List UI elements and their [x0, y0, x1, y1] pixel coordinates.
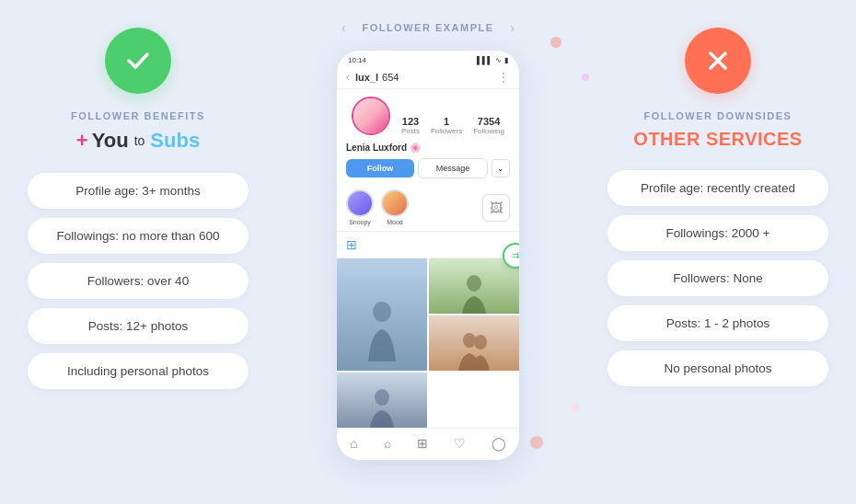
brand-subs: Subs [150, 129, 200, 153]
svg-point-0 [373, 302, 391, 322]
add-photo-icon[interactable]: 🖼 [482, 194, 510, 222]
phone-time: 10:14 [348, 56, 366, 64]
profile-nav-icon[interactable]: ◯ [492, 436, 506, 451]
svg-point-4 [375, 389, 389, 406]
downside-item-4: Posts: 1 - 2 photos [607, 305, 828, 341]
phone-follow-button[interactable]: Follow [346, 159, 414, 178]
follower-benefits-label: FOLLOWER BENEFITS [71, 110, 205, 121]
benefit-item-3: Followers: over 40 [28, 263, 249, 299]
highlight-label-mood: Mood [387, 219, 403, 225]
brand-you: You [92, 129, 129, 153]
phone-name-row: Lenia Luxford 🌸 [337, 141, 519, 155]
nav-prev-button[interactable]: ‹ [334, 18, 353, 37]
brand-logo: + You to Subs [76, 129, 200, 153]
phone-bottom-nav: ⌂ ⌕ ⊞ ♡ ◯ [337, 428, 519, 460]
phone-stat-following: 7354 Following [473, 116, 504, 135]
phone-stat-followers: 1 Followers [431, 116, 462, 135]
phone-status-bar: 10:14 ▌▌▌ ∿ ▮ [337, 51, 519, 66]
phone-highlights: Snoopy Mood 🖼 [337, 184, 519, 232]
brand-plus-icon: + [76, 131, 88, 151]
phone-username: lux_l [355, 72, 378, 83]
other-services-label: OTHER SERVICES [633, 129, 802, 150]
downside-item-2: Followings: 2000 + [607, 215, 828, 251]
photo-cell-2 [429, 258, 519, 314]
svg-point-2 [463, 333, 476, 348]
highlight-avatar-mood [381, 189, 409, 217]
phone-stat-posts: 123 Posts [401, 116, 420, 135]
benefit-item-4: Posts: 12+ photos [28, 308, 249, 344]
phone-stats-row: 123 Posts 1 Followers 7354 Following [337, 89, 519, 141]
photo-cell-4 [337, 372, 427, 428]
highlight-avatar-snoopy [346, 189, 374, 217]
stat-following-label: Following [473, 127, 504, 135]
decorative-dot [582, 74, 589, 81]
grid-tab-icon[interactable]: ⊞ [346, 237, 357, 252]
downside-item-3: Followers: None [607, 260, 828, 296]
phone-more-icon[interactable]: ⋮ [497, 70, 510, 85]
left-panel: FOLLOWER BENEFITS + You to Subs Profile … [0, 18, 276, 407]
home-nav-icon[interactable]: ⌂ [350, 436, 357, 451]
stat-posts-label: Posts [401, 127, 420, 135]
photo-cell-1 [337, 258, 427, 371]
phone-mockup: 10:14 ▌▌▌ ∿ ▮ ‹ lux_l 654 ⋮ [336, 50, 520, 461]
stat-followers-label: Followers [431, 127, 462, 135]
highlight-mood: Mood [381, 189, 409, 225]
decorative-dot [571, 403, 580, 412]
check-circle [105, 28, 171, 94]
benefit-item-5: Including personal photos [28, 353, 249, 389]
battery-icon: ▮ [504, 56, 508, 64]
avatar-image [353, 98, 388, 133]
highlight-label-snoopy: Snoopy [349, 219, 371, 225]
phone-dropdown-button[interactable]: ⌄ [492, 159, 510, 178]
svg-point-1 [467, 275, 481, 292]
follower-downsides-label: FOLLOWER DOWNSIDES [644, 110, 792, 121]
follower-example-nav: ‹ FOLLOWER EXAMPLE › [334, 18, 521, 37]
benefit-item-2: Followings: no more than 600 [28, 218, 249, 254]
wifi-icon: ∿ [495, 56, 502, 64]
stat-followers-num: 1 [444, 116, 449, 127]
svg-point-3 [474, 335, 487, 349]
phone-status-icons: ▌▌▌ ∿ ▮ [477, 56, 508, 64]
stat-posts-num: 123 [402, 116, 419, 127]
benefit-item-1: Profile age: 3+ months [28, 173, 249, 209]
signal-icon: ▌▌▌ [477, 56, 492, 64]
phone-message-button[interactable]: Message [418, 158, 488, 178]
phone-back-icon[interactable]: ‹ [346, 71, 350, 84]
phone-photos-grid [337, 258, 519, 428]
flower-emoji: 🌸 [410, 143, 421, 153]
heart-nav-icon[interactable]: ♡ [454, 436, 466, 451]
phone-grid-tabs: ⊞ [337, 232, 519, 258]
downside-item-1: Profile age: recently created [607, 170, 828, 206]
nav-next-button[interactable]: › [503, 18, 522, 37]
phone-avatar-area [352, 97, 390, 135]
phone-avatar [352, 97, 390, 135]
photo-cell-3 [429, 315, 519, 371]
highlight-snoopy: Snoopy [346, 189, 374, 225]
page-wrapper: FOLLOWER BENEFITS + You to Subs Profile … [0, 0, 856, 504]
phone-display-name: Lenia Luxford [346, 143, 407, 153]
phone-follower-count: 654 [382, 72, 399, 83]
phone-action-row: Follow Message ⌄ [337, 155, 519, 184]
center-panel: ‹ FOLLOWER EXAMPLE › 10:14 ▌▌▌ ∿ ▮ ‹ lux… [276, 18, 580, 461]
stat-following-num: 7354 [478, 116, 500, 127]
follower-example-label: FOLLOWER EXAMPLE [362, 22, 493, 33]
decorative-dot [530, 436, 543, 449]
brand-to: to [134, 133, 145, 148]
downside-item-5: No personal photos [607, 350, 828, 386]
x-circle [685, 28, 751, 94]
decorative-dot [550, 37, 561, 48]
right-panel: FOLLOWER DOWNSIDES OTHER SERVICES Profil… [580, 18, 856, 405]
search-nav-icon[interactable]: ⌕ [384, 436, 391, 451]
post-nav-icon[interactable]: ⊞ [417, 436, 428, 451]
phone-nav-bar: ‹ lux_l 654 ⋮ [337, 66, 519, 89]
add-highlight-area: 🖼 [482, 189, 510, 225]
